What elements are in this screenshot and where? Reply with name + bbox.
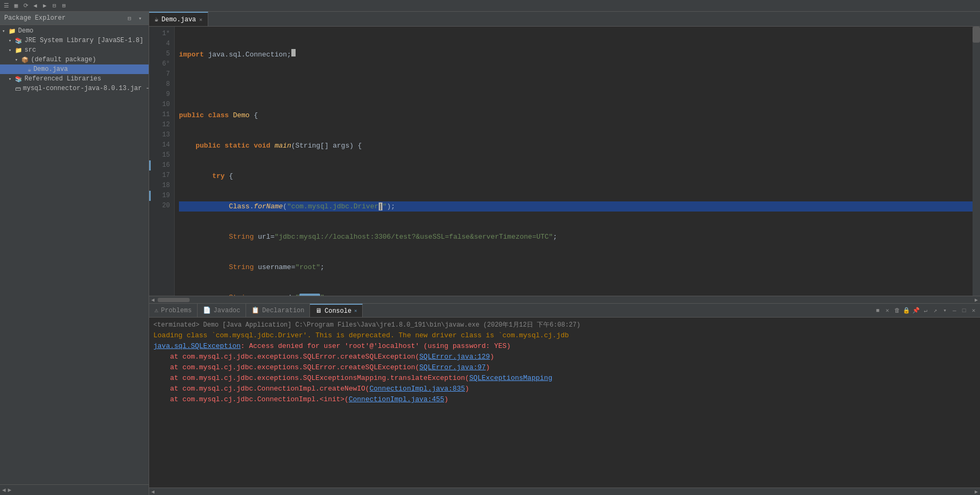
vertical-scrollbar[interactable] bbox=[973, 27, 980, 296]
editor-scroll-container: 1* 4 5 6° 7 8 9 10 11 12 13 14 15 16 bbox=[149, 27, 980, 303]
bottom-tab-javadoc[interactable]: 📄 Javadoc bbox=[198, 304, 246, 317]
console-close-indicator: ✕ bbox=[354, 308, 357, 314]
sqlexceptionsmapping-link[interactable]: SQLExceptionsMapping bbox=[469, 374, 552, 382]
code-editor[interactable]: 1* 4 5 6° 7 8 9 10 11 12 13 14 15 16 bbox=[149, 27, 973, 296]
view-menu-icon[interactable]: ▾ bbox=[941, 306, 949, 315]
bottom-tabs: ⚠ Problems 📄 Javadoc 📋 Declaration 🖥 Con… bbox=[149, 304, 363, 317]
toolbar-icon-5[interactable]: ▶ bbox=[40, 2, 49, 10]
line-num-19: 19 bbox=[149, 191, 174, 201]
javadoc-icon: 📄 bbox=[203, 306, 211, 314]
line-num-5: 5 bbox=[149, 49, 174, 59]
bottom-tab-console[interactable]: 🖥 Console ✕ bbox=[310, 304, 363, 317]
sidebar-item-label: JRE System Library [JavaSE-1.8] bbox=[24, 37, 143, 44]
open-console-icon[interactable]: ↗ bbox=[931, 306, 940, 315]
arrow-icon: ▾ bbox=[15, 57, 21, 63]
bottom-tab-declaration[interactable]: 📋 Declaration bbox=[246, 304, 310, 317]
sidebar-item-label: (default package) bbox=[31, 56, 96, 63]
minimize-panel-icon[interactable]: — bbox=[950, 306, 959, 315]
code-line-8: Class.forName("com.mysql.jdbc.Driver|"); bbox=[179, 201, 973, 212]
remove-icon[interactable]: ✕ bbox=[883, 306, 892, 315]
stacktrace-line-2: at com.mysql.cj.jdbc.exceptions.SQLError… bbox=[153, 362, 976, 373]
sidebar-item-label: src bbox=[24, 46, 36, 54]
toolbar-icon-7[interactable]: ⊞ bbox=[60, 2, 68, 10]
sidebar-header: Package Explorer ⊟ ▾ bbox=[0, 12, 149, 25]
console-terminated-line: <terminated> Demo [Java Application] C:\… bbox=[153, 320, 976, 330]
code-line-1: import java.sql.Connection; bbox=[179, 49, 973, 60]
code-line-11: String password="●●●●●"; bbox=[179, 293, 973, 296]
declaration-icon: 📋 bbox=[251, 306, 259, 314]
stacktrace-line-1: at com.mysql.cj.jdbc.exceptions.SQLError… bbox=[153, 352, 976, 362]
sidebar-item-mysql-jar[interactable]: 🗃 mysql-connector-java-8.0.13.jar - C:\U bbox=[0, 84, 149, 93]
console-scroll-left-icon[interactable]: ◀ bbox=[149, 489, 157, 495]
code-line-9: String url="jdbc:mysql://localhost:3306/… bbox=[179, 232, 973, 242]
sidebar-header-icons: ⊟ ▾ bbox=[125, 14, 144, 22]
toolbar-icon-3[interactable]: ⟳ bbox=[21, 2, 30, 10]
package-icon: 📦 bbox=[21, 56, 29, 63]
bottom-tab-problems[interactable]: ⚠ Problems bbox=[149, 304, 198, 317]
sidebar-menu-icon[interactable]: ▾ bbox=[136, 14, 144, 22]
console-scroll-right-icon[interactable]: ▶ bbox=[973, 489, 980, 495]
scroll-lock-icon[interactable]: 🔒 bbox=[902, 306, 911, 315]
line-num-18: 18 bbox=[149, 181, 174, 191]
sidebar-bottom-toggle[interactable]: ◀ ▶ bbox=[0, 484, 149, 495]
sql-exception-link[interactable]: java.sql.SQLException bbox=[153, 342, 241, 350]
scroll-arrows: ◀ bbox=[149, 297, 157, 303]
sidebar-item-ref-libs[interactable]: ▾ 📚 Referenced Libraries bbox=[0, 74, 149, 84]
line-numbers: 1* 4 5 6° 7 8 9 10 11 12 13 14 15 16 bbox=[149, 27, 175, 296]
line-num-11: 11 bbox=[149, 110, 174, 120]
console-output: <terminated> Demo [Java Application] C:\… bbox=[149, 318, 980, 488]
horizontal-scrollbar[interactable]: ◀ ▶ bbox=[149, 296, 980, 303]
arrow-icon: ▾ bbox=[2, 28, 9, 34]
tab-demo-java[interactable]: ☕ Demo.java ✕ bbox=[149, 12, 208, 26]
tab-label: Demo.java bbox=[161, 16, 196, 23]
sidebar-item-label: Referenced Libraries bbox=[24, 75, 101, 83]
toolbar-icon-4[interactable]: ◀ bbox=[31, 2, 39, 10]
toolbar-icon-6[interactable]: ⊟ bbox=[50, 2, 59, 10]
stacktrace-line-3: at com.mysql.cj.jdbc.exceptions.SQLExcep… bbox=[153, 373, 976, 384]
scroll-left-icon[interactable]: ◀ bbox=[149, 297, 157, 303]
connectionimpl-455-link[interactable]: ConnectionImpl.java:455 bbox=[349, 395, 444, 403]
bottom-tab-label-problems: Problems bbox=[161, 307, 192, 314]
sidebar-title: Package Explorer bbox=[4, 14, 66, 22]
top-toolbar: ☰ ▦ ⟳ ◀ ▶ ⊟ ⊞ bbox=[0, 0, 980, 12]
console-horizontal-scrollbar[interactable]: ◀ ▶ bbox=[149, 488, 980, 495]
folder-icon: 📁 bbox=[9, 28, 16, 35]
arrow-icon: ▾ bbox=[9, 76, 15, 82]
sqlerror-link-97[interactable]: SQLError.java:97 bbox=[419, 363, 486, 371]
scroll-arrows-right: ▶ bbox=[973, 297, 980, 303]
sidebar-content: ▾ 📁 Demo ▾ 📚 JRE System Library [JavaSE-… bbox=[0, 25, 149, 484]
maximize-panel-icon[interactable]: □ bbox=[960, 306, 968, 315]
pin-icon[interactable]: 📌 bbox=[912, 306, 920, 315]
java-tab-icon: ☕ bbox=[154, 15, 158, 23]
sidebar-collapse-icon[interactable]: ⊟ bbox=[125, 14, 134, 22]
clear-icon[interactable]: 🗑 bbox=[893, 306, 901, 315]
word-wrap-icon[interactable]: ↵ bbox=[921, 306, 930, 315]
stop-icon[interactable]: ■ bbox=[873, 306, 882, 315]
sidebar-item-label: mysql-connector-java-8.0.13.jar - C:\U bbox=[23, 85, 149, 92]
code-content[interactable]: import java.sql.Connection; public class… bbox=[175, 27, 973, 296]
line-num-6: 6° bbox=[149, 59, 174, 69]
connectionimpl-835-link[interactable]: ConnectionImpl.java:835 bbox=[370, 385, 465, 393]
sidebar-item-jre[interactable]: ▾ 📚 JRE System Library [JavaSE-1.8] bbox=[0, 36, 149, 45]
sidebar-item-demo[interactable]: ▾ 📁 Demo bbox=[0, 26, 149, 36]
close-panel-icon[interactable]: ✕ bbox=[969, 306, 978, 315]
sidebar-item-src[interactable]: ▾ 📁 src bbox=[0, 45, 149, 55]
bottom-tab-label-declaration: Declaration bbox=[262, 307, 304, 314]
library-icon: 📚 bbox=[15, 37, 22, 44]
sidebar-item-label: Demo bbox=[18, 27, 34, 35]
console-icon: 🖥 bbox=[315, 307, 322, 315]
java-file-icon: ☕ bbox=[28, 66, 31, 73]
line-num-15: 15 bbox=[149, 150, 174, 160]
scroll-right-icon[interactable]: ▶ bbox=[973, 297, 980, 303]
bottom-panel: ⚠ Problems 📄 Javadoc 📋 Declaration 🖥 Con… bbox=[149, 303, 980, 495]
sidebar: Package Explorer ⊟ ▾ ▾ 📁 Demo ▾ 📚 JRE Sy… bbox=[0, 12, 149, 495]
main-area: Package Explorer ⊟ ▾ ▾ 📁 Demo ▾ 📚 JRE Sy… bbox=[0, 12, 980, 495]
toolbar-icon-1[interactable]: ☰ bbox=[2, 2, 11, 10]
sidebar-item-demo-java[interactable]: ☕ Demo.java bbox=[0, 64, 149, 74]
sidebar-item-default-package[interactable]: ▾ 📦 (default package) bbox=[0, 55, 149, 64]
tab-close-button[interactable]: ✕ bbox=[199, 17, 202, 23]
toolbar-icon-2[interactable]: ▦ bbox=[12, 2, 20, 10]
line-num-17: 17 bbox=[149, 171, 174, 181]
editor-with-scrollbar: 1* 4 5 6° 7 8 9 10 11 12 13 14 15 16 bbox=[149, 27, 980, 296]
sqlerror-link-129[interactable]: SQLError.java:129 bbox=[419, 353, 490, 361]
